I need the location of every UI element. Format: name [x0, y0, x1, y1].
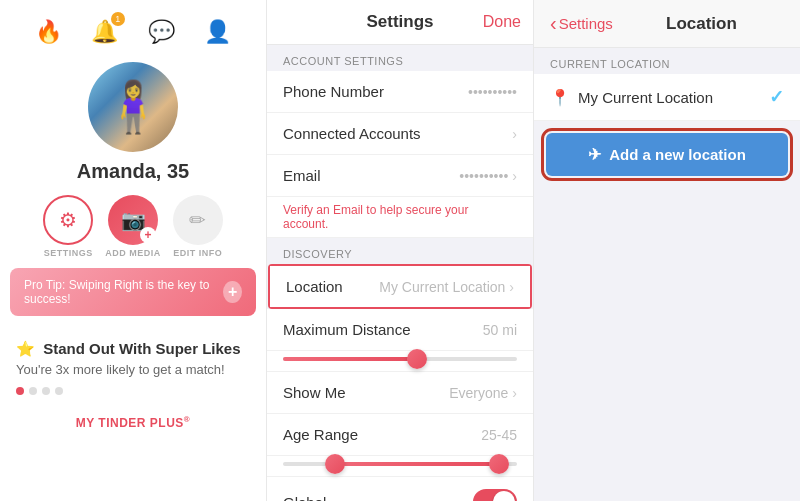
age-slider-track — [283, 462, 517, 466]
gear-icon: ⚙ — [59, 208, 77, 232]
done-button[interactable]: Done — [483, 13, 521, 31]
current-location-row[interactable]: 📍 My Current Location ✓ — [534, 74, 800, 121]
media-action[interactable]: 📷 + ADD MEDIA — [105, 195, 161, 258]
add-media-button[interactable]: 📷 + — [108, 195, 158, 245]
discovery-section-label: DISCOVERY — [267, 238, 533, 264]
settings-header: Settings Done — [267, 0, 533, 45]
settings-button[interactable]: ⚙ — [43, 195, 93, 245]
location-row[interactable]: Location My Current Location › — [270, 266, 530, 307]
global-toggle[interactable] — [473, 489, 517, 501]
super-likes-section: ⭐ Stand Out With Super Likes You're 3x m… — [0, 326, 266, 436]
dot-3 — [42, 387, 50, 395]
edit-action[interactable]: ✏ EDIT INFO — [173, 195, 223, 258]
age-range-value: 25-45 — [481, 427, 517, 443]
edit-button[interactable]: ✏ — [173, 195, 223, 245]
chevron-icon-show: › — [512, 385, 517, 401]
settings-action[interactable]: ⚙ SETTINGS — [43, 195, 93, 258]
slider-track — [283, 357, 517, 361]
chevron-icon-location: › — [509, 279, 514, 295]
show-me-value: Everyone › — [449, 385, 517, 401]
dot-4 — [55, 387, 63, 395]
profile-icon[interactable]: 👤 — [200, 14, 236, 50]
current-location-label: CURRENT LOCATION — [534, 48, 800, 74]
age-range-row[interactable]: Age Range 25-45 — [267, 414, 533, 456]
pro-tip-text: Pro Tip: Swiping Right is the key to suc… — [24, 278, 223, 306]
age-slider-fill — [330, 462, 494, 466]
toggle-knob — [493, 491, 515, 501]
add-location-button[interactable]: ✈ Add a new location — [546, 133, 788, 176]
chevron-icon: › — [512, 126, 517, 142]
location-label: Location — [286, 278, 343, 295]
email-value: •••••••••• › — [459, 168, 517, 184]
media-plus-icon: + — [140, 227, 156, 243]
back-arrow-icon: ‹ — [550, 12, 557, 35]
dot-2 — [29, 387, 37, 395]
pro-tip-banner[interactable]: Pro Tip: Swiping Right is the key to suc… — [10, 268, 256, 316]
age-slider-thumb-left[interactable] — [325, 454, 345, 474]
email-row[interactable]: Email •••••••••• › — [267, 155, 533, 197]
connected-accounts-row[interactable]: Connected Accounts › — [267, 113, 533, 155]
max-distance-value: 50 mi — [483, 322, 517, 338]
chevron-icon-email: › — [512, 168, 517, 184]
user-name: Amanda, 35 — [77, 160, 189, 183]
distance-slider[interactable] — [267, 351, 533, 372]
plane-icon: ✈ — [588, 145, 601, 164]
pro-tip-plus-icon[interactable]: + — [223, 281, 242, 303]
location-panel-title: Location — [666, 14, 737, 34]
global-row[interactable]: Global — [267, 477, 533, 501]
show-me-row[interactable]: Show Me Everyone › — [267, 372, 533, 414]
global-label: Global — [283, 494, 326, 502]
edit-label: EDIT INFO — [173, 248, 222, 258]
phone-label: Phone Number — [283, 83, 384, 100]
location-pin-icon: 📍 — [550, 88, 570, 107]
checkmark-icon: ✓ — [769, 86, 784, 108]
pencil-icon: ✏ — [189, 208, 206, 232]
email-obscured: •••••••••• — [459, 168, 508, 184]
notification-icon[interactable]: 🔔 1 — [87, 14, 123, 50]
current-location-name: My Current Location — [578, 89, 769, 106]
super-likes-subtitle: You're 3x more likely to get a match! — [16, 362, 250, 377]
age-slider-thumb-right[interactable] — [489, 454, 509, 474]
settings-panel: Settings Done ACCOUNT SETTINGS Phone Num… — [267, 0, 534, 501]
show-me-label: Show Me — [283, 384, 346, 401]
max-distance-row[interactable]: Maximum Distance 50 mi — [267, 309, 533, 351]
avatar: 🧍‍♀️ — [88, 62, 178, 152]
age-range-label: Age Range — [283, 426, 358, 443]
super-likes-title: ⭐ Stand Out With Super Likes — [16, 340, 250, 358]
max-distance-label: Maximum Distance — [283, 321, 411, 338]
email-verify-text: Verify an Email to help secure your acco… — [267, 197, 533, 238]
settings-label: SETTINGS — [44, 248, 93, 258]
settings-title: Settings — [366, 12, 433, 32]
phone-value: •••••••••• — [468, 84, 517, 100]
profile-panel: 🔥 🔔 1 💬 👤 🧍‍♀️ Amanda, 35 ⚙ SETTINGS 📷 + — [0, 0, 267, 501]
action-buttons: ⚙ SETTINGS 📷 + ADD MEDIA ✏ EDIT INFO — [43, 195, 223, 258]
dot-1 — [16, 387, 24, 395]
account-section-label: ACCOUNT SETTINGS — [267, 45, 533, 71]
location-header: ‹ Settings Location — [534, 0, 800, 48]
media-label: ADD MEDIA — [105, 248, 161, 258]
flame-icon[interactable]: 🔥 — [30, 14, 66, 50]
tinder-plus-button[interactable]: MY TINDER PLUS® — [16, 409, 250, 436]
star-icon: ⭐ — [16, 340, 35, 357]
slider-fill — [283, 357, 412, 361]
back-button[interactable]: ‹ Settings — [550, 12, 613, 35]
location-value: My Current Location › — [379, 279, 514, 295]
location-row-highlighted[interactable]: Location My Current Location › — [268, 264, 532, 309]
top-nav-icons: 🔥 🔔 1 💬 👤 — [0, 10, 266, 58]
slider-thumb[interactable] — [407, 349, 427, 369]
add-location-label: Add a new location — [609, 146, 746, 163]
phone-row[interactable]: Phone Number •••••••••• — [267, 71, 533, 113]
avatar-image: 🧍‍♀️ — [102, 78, 164, 136]
notification-badge: 1 — [111, 12, 125, 26]
chat-icon[interactable]: 💬 — [143, 14, 179, 50]
email-label: Email — [283, 167, 321, 184]
age-slider[interactable] — [267, 456, 533, 477]
dots-indicator — [16, 387, 250, 395]
location-panel: ‹ Settings Location CURRENT LOCATION 📍 M… — [534, 0, 800, 501]
phone-obscured: •••••••••• — [468, 84, 517, 100]
connected-label: Connected Accounts — [283, 125, 421, 142]
